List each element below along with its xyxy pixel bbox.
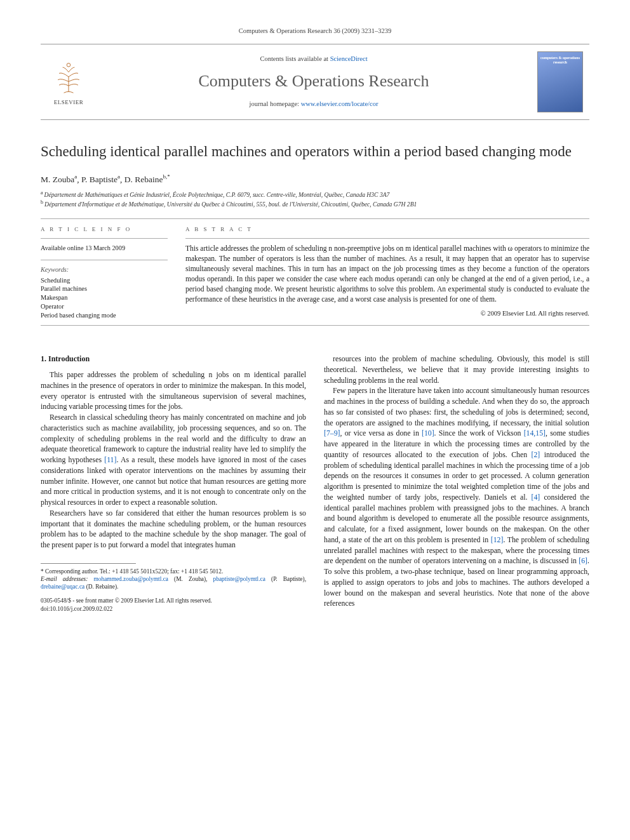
email-3-who: (D. Rebaine). — [84, 583, 118, 590]
cover-thumbnail-block: computers & operations research — [531, 44, 589, 119]
divider-2 — [41, 325, 589, 326]
keyword-3: Makespan — [41, 293, 168, 302]
left-column-footer: * Corresponding author. Tel.: +1 418 545… — [41, 563, 306, 613]
masthead-center: Contents lists available at ScienceDirec… — [97, 44, 531, 119]
publisher-name: ELSEVIER — [54, 98, 84, 107]
masthead: ELSEVIER Contents lists available at Sci… — [41, 44, 589, 120]
contents-prefix: Contents lists available at — [260, 55, 330, 62]
article-info-head: A R T I C L E I N F O — [41, 225, 168, 234]
journal-cover-thumbnail: computers & operations research — [537, 51, 583, 112]
keyword-5: Period based changing mode — [41, 311, 168, 320]
author-1-aff: a — [74, 173, 77, 180]
doi-line: doi:10.1016/j.cor.2009.02.022 — [41, 605, 306, 613]
publisher-block: ELSEVIER — [41, 44, 97, 119]
keyword-4: Operator — [41, 302, 168, 311]
divider-1 — [41, 218, 589, 219]
journal-homepage-link[interactable]: www.elsevier.com/locate/cor — [301, 100, 379, 107]
affiliation-a: aDépartement de Mathématiques et Génie I… — [41, 190, 589, 199]
author-3-aff: b,* — [163, 173, 170, 180]
email-1-who: (M. Zouba), — [168, 576, 213, 582]
article-title: Scheduling identical parallel machines a… — [41, 143, 589, 161]
affiliation-b: bDépartement d'Informatique et de Mathém… — [41, 199, 589, 209]
ref-2[interactable]: [2] — [532, 450, 540, 459]
authors-line: M. Zoubaa, P. Baptistea, D. Rebaineb,* — [41, 173, 589, 185]
front-matter-line: 0305-0548/$ - see front matter © 2009 El… — [41, 597, 306, 604]
aff-text-a: Département de Mathématiques et Génie In… — [44, 192, 390, 199]
body-two-column: 1. Introduction This paper addresses the… — [41, 354, 589, 613]
ref-6[interactable]: [6] — [579, 556, 587, 565]
elsevier-tree-icon — [50, 58, 88, 96]
info-abstract-row: A R T I C L E I N F O Available online 1… — [41, 225, 589, 320]
emails-line: E-mail addresses: mohammed.zouba@polymtl… — [41, 575, 306, 590]
para-5b: , or vice versa as done in — [340, 429, 422, 437]
footnote-rule — [41, 563, 136, 564]
ref-11[interactable]: [11] — [104, 455, 116, 464]
info-divider — [41, 238, 168, 239]
abstract-text: This article addresses the problem of sc… — [185, 244, 589, 304]
ref-10[interactable]: [10] — [422, 429, 434, 437]
abstract-copyright: © 2009 Elsevier Ltd. All rights reserved… — [185, 309, 589, 319]
para-4: resources into the problem of machine sc… — [324, 354, 589, 385]
email-3[interactable]: drebaine@uqac.ca — [41, 583, 84, 590]
aff-text-b: Département d'Informatique et de Mathéma… — [44, 201, 417, 208]
running-header: Computers & Operations Research 36 (2009… — [41, 27, 589, 36]
cover-title-text: computers & operations research — [540, 56, 580, 64]
journal-title: Computers & Operations Research — [198, 70, 429, 93]
aff-label-b: b — [41, 199, 43, 205]
available-online: Available online 13 March 2009 — [41, 244, 168, 253]
homepage-prefix: journal homepage: — [250, 100, 301, 107]
para-5: Few papers in the literature have taken … — [324, 385, 589, 609]
para-3: Researchers have so far considered that … — [41, 508, 306, 550]
ref-14-15[interactable]: [14,15] — [524, 429, 546, 437]
email-1[interactable]: mohammed.zouba@polymtl.ca — [94, 576, 168, 582]
section-number: 1. — [41, 354, 46, 363]
para-1: This paper addresses the problem of sche… — [41, 370, 306, 412]
article-info-column: A R T I C L E I N F O Available online 1… — [41, 225, 168, 320]
email-2[interactable]: pbaptiste@polymtl.ca — [213, 576, 265, 582]
journal-homepage-line: journal homepage: www.elsevier.com/locat… — [250, 100, 379, 109]
keyword-2: Parallel machines — [41, 284, 168, 293]
author-2-aff: a — [117, 173, 120, 180]
ref-7-9[interactable]: [7–9] — [324, 429, 340, 437]
sciencedirect-link[interactable]: ScienceDirect — [330, 55, 368, 62]
ref-12[interactable]: [12] — [491, 535, 504, 544]
aff-label-a: a — [41, 190, 43, 196]
section-1-heading: 1. Introduction — [41, 354, 306, 364]
abstract-column: A B S T R A C T This article addresses t… — [185, 225, 589, 320]
corr-author-line: * Corresponding author. Tel.: +1 418 545… — [41, 568, 306, 575]
keywords-head: Keywords: — [41, 265, 168, 275]
ref-4[interactable]: [4] — [532, 493, 540, 502]
affiliations: aDépartement de Mathématiques et Génie I… — [41, 190, 589, 209]
author-1: M. Zouba — [41, 174, 74, 183]
email-2-who: (P. Baptiste), — [265, 576, 306, 582]
abstract-divider — [185, 238, 589, 239]
corresponding-author-footnote: * Corresponding author. Tel.: +1 418 545… — [41, 568, 306, 591]
para-5c: . Since the work of Vickson — [434, 429, 524, 437]
svg-point-0 — [67, 63, 70, 67]
contents-available-line: Contents lists available at ScienceDirec… — [260, 55, 367, 64]
author-3: D. Rebaine — [124, 174, 163, 183]
emails-label: E-mail addresses: — [41, 576, 94, 582]
para-2: Research in classical scheduling theory … — [41, 412, 306, 508]
keyword-1: Scheduling — [41, 276, 168, 285]
doi-block: 0305-0548/$ - see front matter © 2009 El… — [41, 597, 306, 612]
section-title: Introduction — [48, 354, 90, 363]
abstract-head: A B S T R A C T — [185, 225, 589, 234]
keywords-list: Scheduling Parallel machines Makespan Op… — [41, 276, 168, 320]
info-divider-2 — [41, 260, 168, 260]
author-2: P. Baptiste — [81, 174, 117, 183]
para-5a: Few papers in the literature have taken … — [324, 386, 589, 427]
